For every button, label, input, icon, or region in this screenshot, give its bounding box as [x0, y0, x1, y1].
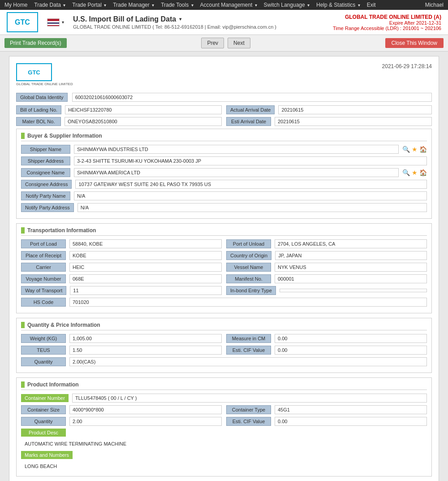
voyage-manifest-row: Voyage Number 068E Manifest No. 000001 — [21, 274, 427, 283]
prod-qty-value: 2.00 — [69, 417, 222, 426]
notify-name-label: Notify Party Name — [21, 191, 70, 200]
actual-arrival-half: Actual Arrival Date 20210615 — [226, 105, 432, 114]
container-type-value: 45G1 — [275, 405, 427, 414]
prev-button-top[interactable]: Prev — [201, 38, 224, 48]
notify-address-value: N/A — [78, 203, 427, 212]
marks-numbers-value: LONG BEACH — [21, 462, 427, 471]
card-logo-sub: GLOBAL TRADE ONLINE LIMITED — [16, 82, 73, 86]
consignee-name-row: Consignee Name SHINMAYWA AMERICA LTD 🔍 ★… — [21, 168, 427, 177]
buyer-supplier-title: Buyer & Supplier Information — [21, 133, 427, 141]
port-unload-label: Port of Unload — [226, 239, 271, 248]
country-origin-label: Country of Origin — [226, 251, 271, 260]
voyage-value: 068E — [69, 274, 222, 283]
shipper-search-icon[interactable]: 🔍 — [402, 146, 410, 153]
mater-bol-value: ONEYOSAB20510800 — [65, 117, 222, 126]
receipt-half: Place of Receipt KOBE — [21, 251, 222, 260]
nav-trade-portal[interactable]: Trade Portal ▾ — [72, 2, 106, 8]
consignee-address-row: Consignee Address 10737 GATEWAY WEST SUI… — [21, 180, 427, 189]
bill-lading-half: Bill of Lading No. HEICHSF13220780 — [16, 105, 222, 114]
flag-selector[interactable]: ▾ — [47, 18, 64, 26]
actual-arrival-label: Actual Arrival Date — [226, 105, 275, 114]
quantity-label: Quantity — [21, 357, 66, 366]
prod-qty-half: Quantity 2.00 — [21, 417, 222, 426]
toolbar-right: Close This Window — [385, 38, 444, 48]
next-button-top[interactable]: Next — [228, 38, 250, 48]
quantity-price-title: Quantity & Price Information — [21, 322, 427, 330]
product-desc-header-row: Product Desc — [21, 429, 427, 437]
card-date: 2021-06-29 17:28:14 — [382, 63, 432, 69]
marks-header-row: Marks and Numbers — [21, 451, 427, 459]
hs-code-label: HS Code — [21, 298, 66, 307]
container-number-value: TLLU5478405 ( 00 / L / CY ) — [72, 394, 427, 403]
port-load-value: 58840, KOBE — [69, 239, 222, 248]
page-title-arrow: ▾ — [179, 17, 181, 22]
product-desc-value: AUTOMATIC WIRE TERMINATING MACHINE — [21, 439, 427, 448]
weight-measure-row: Weight (KG) 1,005.00 Measure in CM 0.00 — [21, 334, 427, 343]
header-bar: GTC ▾ U.S. Import Bill of Lading Data ▾ … — [0, 10, 448, 35]
notify-address-label: Notify Party Address — [21, 203, 74, 212]
global-data-identity-label: Global Data Identity — [16, 93, 68, 102]
prod-cif-half: Esti. CIF Value 0.00 — [226, 417, 427, 426]
shipper-star-icon[interactable]: ★ — [412, 146, 418, 153]
weight-label: Weight (KG) — [21, 334, 66, 343]
nav-trade-data[interactable]: Trade Data ▾ — [34, 2, 65, 8]
nav-my-home[interactable]: My Home — [4, 2, 27, 8]
us-flag-icon — [47, 18, 60, 26]
shipper-address-row: Shipper Address 3-2-43 SHITTE TSURUMI-KU… — [21, 156, 427, 165]
consignee-address-label: Consignee Address — [21, 180, 72, 189]
country-origin-value: JP, JAPAN — [275, 251, 427, 260]
nav-trade-tools[interactable]: Trade Tools ▾ — [161, 2, 193, 8]
carrier-label: Carrier — [21, 263, 66, 272]
nav-exit[interactable]: Exit — [367, 2, 376, 8]
consignee-search-icon[interactable]: 🔍 — [402, 169, 410, 176]
global-data-identity-row: Global Data Identity 6003202106160006030… — [16, 93, 432, 102]
notify-name-value: N/A — [74, 191, 427, 200]
port-load-label: Port of Load — [21, 239, 66, 248]
voyage-label: Voyage Number — [21, 274, 66, 283]
esti-arrival-label: Esti Arrival Date — [226, 117, 271, 126]
consignee-home-icon[interactable]: 🏠 — [419, 169, 427, 176]
top-nav: My Home Trade Data ▾ Trade Portal ▾ Trad… — [0, 0, 448, 10]
consignee-star-icon[interactable]: ★ — [412, 169, 418, 176]
manifest-value: 000001 — [275, 274, 427, 283]
quantity-value: 2.00(CAS) — [69, 357, 427, 366]
shipper-name-icons: 🔍 ★ 🏠 — [402, 146, 427, 153]
inbond-label: In-bond Entry Type — [226, 286, 276, 295]
mater-bol-label: Mater BOL No. — [16, 117, 61, 126]
container-size-type-row: Container Size 4000*900*800 Container Ty… — [21, 405, 427, 414]
carrier-half: Carrier HEIC — [21, 263, 222, 272]
nav-trade-manager[interactable]: Trade Manager ▾ — [113, 2, 154, 8]
logo-box: GTC — [7, 12, 38, 32]
close-button-top[interactable]: Close This Window — [385, 38, 444, 48]
esti-arrival-value: 20210615 — [275, 117, 432, 126]
country-origin-half: Country of Origin JP, JAPAN — [226, 251, 427, 260]
product-desc-label: Product Desc — [21, 429, 66, 437]
transportation-section: Transportation Information Port of Load … — [16, 223, 432, 313]
teus-half: TEUS 1.50 — [21, 346, 222, 355]
teus-label: TEUS — [21, 346, 66, 355]
shipper-home-icon[interactable]: 🏠 — [419, 146, 427, 153]
notify-name-row: Notify Party Name N/A — [21, 191, 427, 200]
print-button-top[interactable]: Print Trade Record(s) — [4, 38, 67, 48]
page-title-area: U.S. Import Bill of Lading Data ▾ GLOBAL… — [73, 15, 324, 30]
port-unload-value: 2704, LOS ANGELES, CA — [275, 239, 427, 248]
consignee-address-value: 10737 GATEWAY WEST SUITE 240 EL PASO TX … — [75, 180, 427, 189]
nav-help-statistics[interactable]: Help & Statistics ▾ — [316, 2, 360, 8]
way-transport-half: Way of Transport 11 — [21, 286, 222, 295]
bol-esti-row: Mater BOL No. ONEYOSAB20510800 Esti Arri… — [16, 117, 432, 126]
marks-numbers-label: Marks and Numbers — [21, 451, 73, 459]
port-unload-half: Port of Unload 2704, LOS ANGELES, CA — [226, 239, 427, 248]
nav-account-management[interactable]: Account Management ▾ — [200, 2, 257, 8]
nav-switch-language[interactable]: Switch Language ▾ — [264, 2, 310, 8]
card-logo: GTC GLOBAL TRADE ONLINE LIMITED — [16, 63, 73, 86]
manifest-label: Manifest No. — [226, 274, 271, 283]
shipper-name-label: Shipper Name — [21, 145, 70, 154]
shipper-name-value: SHINMAYWA INDUSTRIES LTD — [74, 145, 399, 154]
shipper-name-row: Shipper Name SHINMAYWA INDUSTRIES LTD 🔍 … — [21, 145, 427, 154]
container-number-label: Container Number — [21, 394, 69, 402]
bill-lading-value: HEICHSF13220780 — [65, 105, 222, 114]
container-size-value: 4000*900*800 — [69, 405, 222, 414]
card-logo-box: GTC — [16, 63, 52, 81]
page-title: U.S. Import Bill of Lading Data ▾ — [73, 15, 324, 23]
shipper-address-label: Shipper Address — [21, 156, 70, 165]
